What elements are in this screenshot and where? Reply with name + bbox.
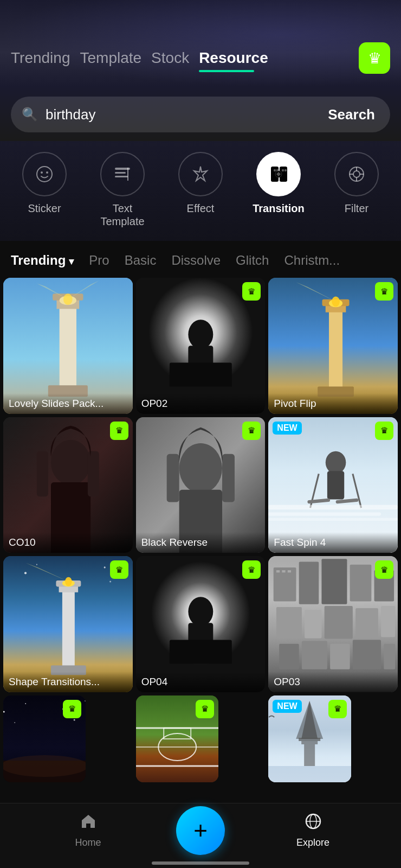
svg-rect-42 xyxy=(37,451,48,496)
category-transition[interactable]: Transition xyxy=(251,152,306,215)
grid-item-9[interactable]: ♛ OP03 xyxy=(268,556,398,692)
home-label: Home xyxy=(75,837,101,848)
transition-label: Transition xyxy=(253,202,305,215)
add-button[interactable]: + xyxy=(176,806,225,855)
grid-item-5[interactable]: ♛ Black Reverse xyxy=(136,417,266,553)
crown-badge-4: ♛ xyxy=(110,422,128,440)
svg-point-15 xyxy=(353,171,360,177)
search-icon: 🔍 xyxy=(22,107,38,122)
category-effect[interactable]: Effect xyxy=(173,152,228,215)
crown-badge-7: ♛ xyxy=(110,560,128,579)
home-icon xyxy=(80,813,97,834)
top-header: Trending Template Stock Resource ♛ xyxy=(0,0,401,87)
grid-item-11[interactable]: ♛ xyxy=(136,695,218,782)
svg-rect-48 xyxy=(222,454,235,502)
svg-rect-113 xyxy=(305,744,315,766)
grid-item-8[interactable]: ♛ OP04 xyxy=(136,556,266,692)
grid-label-5: Black Reverse xyxy=(136,532,266,553)
svg-rect-81 xyxy=(276,607,302,638)
nav-tab-trending[interactable]: Trending xyxy=(11,49,80,67)
crown-badge-8: ♛ xyxy=(242,560,261,579)
grid-item-10[interactable]: ♛ xyxy=(3,695,86,782)
svg-rect-85 xyxy=(381,606,395,637)
svg-point-98 xyxy=(85,700,86,701)
category-text-template[interactable]: Text Template xyxy=(95,152,150,228)
crown-badge-12: ♛ xyxy=(328,700,347,718)
svg-rect-86 xyxy=(279,644,299,669)
search-input[interactable] xyxy=(46,106,313,123)
category-sticker[interactable]: Sticker xyxy=(17,152,72,215)
nav-tab-stock[interactable]: Stock xyxy=(151,49,199,67)
grid-item-7[interactable]: ♛ Shape Transitions... xyxy=(3,556,133,692)
svg-point-66 xyxy=(24,572,27,574)
sticker-label: Sticker xyxy=(28,202,61,215)
filter-tab-dissolve[interactable]: Dissolve xyxy=(171,253,221,268)
svg-point-1 xyxy=(41,171,43,174)
grid-label-6: Fast Spin 4 xyxy=(268,532,398,553)
plus-icon: + xyxy=(193,819,208,843)
grid-label-1: Lovely Slides Pack... xyxy=(3,393,133,414)
grid-item-3[interactable]: ♛ Pivot Flip xyxy=(268,278,398,414)
category-filter[interactable]: Filter xyxy=(329,152,384,215)
svg-rect-56 xyxy=(268,505,398,509)
crown-badge-2: ♛ xyxy=(242,282,261,301)
grid-label-9: OP03 xyxy=(268,672,398,692)
nav-explore[interactable]: Explore xyxy=(225,813,401,848)
nav-tab-resource[interactable]: Resource xyxy=(199,49,278,67)
filter-label: Filter xyxy=(345,202,368,215)
filter-tab-glitch[interactable]: Glitch xyxy=(236,253,269,268)
filter-tab-christmas[interactable]: Christm... xyxy=(284,253,340,268)
svg-rect-92 xyxy=(282,570,286,572)
svg-rect-60 xyxy=(62,588,75,669)
filter-tab-pro[interactable]: Pro xyxy=(89,253,109,268)
crown-button[interactable]: ♛ xyxy=(359,42,390,74)
search-button[interactable]: Search xyxy=(313,97,390,132)
grid-item-12[interactable]: NEW ♛ xyxy=(268,695,351,782)
svg-point-99 xyxy=(14,722,15,723)
category-row: Sticker Text Template Effect xyxy=(5,152,396,228)
svg-point-68 xyxy=(36,564,37,565)
grid-item-4[interactable]: ♛ CO10 xyxy=(3,417,133,553)
grid-item-6[interactable]: NEW ♛ Fast Spin 4 xyxy=(268,417,398,553)
grid-container: Lovely Slides Pack... xyxy=(0,278,401,782)
svg-rect-57 xyxy=(268,512,381,515)
crown-badge-6: ♛ xyxy=(375,422,393,440)
bottom-nav: Home + Explore xyxy=(0,803,401,868)
grid-label-7: Shape Transitions... xyxy=(3,672,133,692)
svg-point-67 xyxy=(104,567,106,569)
svg-rect-31 xyxy=(170,369,232,386)
svg-point-45 xyxy=(179,443,222,493)
svg-rect-93 xyxy=(288,570,291,572)
crown-badge-9: ♛ xyxy=(375,560,393,579)
grid-label-2: OP02 xyxy=(136,393,266,414)
grid-label-3: Pivot Flip xyxy=(268,393,398,414)
new-badge-6: NEW xyxy=(273,422,301,435)
svg-point-103 xyxy=(3,755,86,777)
svg-point-26 xyxy=(63,293,73,305)
crown-badge-3: ♛ xyxy=(375,282,393,301)
filter-tab-trending[interactable]: Trending▾ xyxy=(11,253,74,268)
svg-rect-12 xyxy=(284,169,287,171)
grid-item-1[interactable]: Lovely Slides Pack... xyxy=(3,278,133,414)
crown-badge-10: ♛ xyxy=(63,700,81,718)
svg-point-71 xyxy=(188,597,213,626)
svg-point-96 xyxy=(25,703,26,704)
svg-rect-84 xyxy=(355,608,378,637)
text-template-label: Text Template xyxy=(100,202,144,228)
main-content: Trending▾ Pro Basic Dissolve Glitch Chri… xyxy=(0,241,401,847)
svg-point-65 xyxy=(65,577,72,586)
svg-rect-73 xyxy=(170,640,232,648)
grid-label-4: CO10 xyxy=(3,532,133,553)
nav-tab-template[interactable]: Template xyxy=(80,49,151,67)
svg-rect-9 xyxy=(274,169,276,171)
effect-label: Effect xyxy=(187,202,215,215)
svg-rect-90 xyxy=(384,644,396,669)
filter-tab-basic[interactable]: Basic xyxy=(125,253,157,268)
svg-rect-83 xyxy=(325,606,353,639)
svg-point-0 xyxy=(37,167,52,182)
grid-item-2[interactable]: ♛ OP02 xyxy=(136,278,266,414)
nav-home[interactable]: Home xyxy=(0,813,176,848)
text-template-icon-wrap xyxy=(100,152,145,196)
svg-point-50 xyxy=(326,451,346,474)
home-indicator xyxy=(152,861,249,865)
